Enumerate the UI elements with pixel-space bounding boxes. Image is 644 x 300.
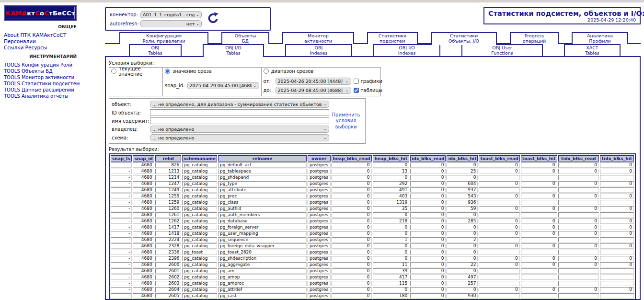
- cell-relid: 1214: [155, 175, 182, 180]
- tables-checkbox[interactable]: таблицы: [354, 88, 379, 93]
- cell-schemaname: pg_catalog: [182, 175, 217, 180]
- column-header-relname[interactable]: relname: [218, 155, 307, 162]
- subtab-obj-indexes[interactable]: OBJIndexes: [285, 44, 352, 56]
- cell-idx_blks_hit: 0: [447, 256, 478, 261]
- radio-snapshot-value-input[interactable]: [165, 69, 170, 74]
- sidebar-link-tools-4[interactable]: TOOLS Данные расширений: [4, 87, 103, 93]
- cell-snap_ts: -: [111, 237, 132, 242]
- cell-schemaname: pg_catalog: [182, 162, 217, 168]
- sidebar-link-tools-3[interactable]: TOOLS Статистики подсистем: [4, 81, 103, 87]
- sidebar-link-general-1[interactable]: Персоналии: [4, 38, 103, 45]
- tab-конфигурация-роли-привелегии[interactable]: КонфигурацияРоли, привелегии: [119, 32, 208, 44]
- tables-checkbox-input[interactable]: [354, 88, 359, 93]
- name-contains-input[interactable]: [150, 117, 329, 124]
- cell-tidx_blks_read: [558, 281, 599, 286]
- cell-relname: pg_amproc: [218, 281, 307, 286]
- apply-filter-link[interactable]: Применить условия выборки: [329, 112, 363, 130]
- sidebar-link-general-2[interactable]: Ссылки Ресурсы: [4, 45, 103, 51]
- tab-монитор-активности[interactable]: Мониторактивности: [282, 32, 354, 44]
- cell-heap_blks_read: 0: [332, 206, 372, 211]
- snap-id-label: snap_id:: [165, 83, 185, 88]
- table-row: -46801418pg_catalogpg_user_mappingpostgr…: [111, 231, 634, 236]
- cell-tidx_blks_read: [558, 268, 599, 274]
- object-id-input[interactable]: [150, 109, 329, 116]
- sidebar-link-tools-5[interactable]: TOOLS Аналитика отчёты: [4, 93, 103, 99]
- subtab-obj-i-o-tables[interactable]: OBJ I/OTables: [203, 44, 264, 57]
- column-header-snap_id[interactable]: snap_id: [133, 155, 154, 162]
- cell-snap_id: 4680: [133, 187, 154, 193]
- cell-schemaname: pg_toast: [182, 250, 217, 255]
- cell-snap_ts: -: [111, 275, 132, 280]
- cell-tidx_blks_hit: 0: [600, 162, 634, 168]
- subtab-obj-user-functions[interactable]: OBJ UserFunctions: [461, 44, 543, 56]
- column-header-idx_blks_read[interactable]: idx_blks_read: [410, 155, 446, 162]
- logo-segment: кт: [27, 10, 35, 17]
- refresh-button[interactable]: [207, 12, 220, 27]
- sidebar-link-tools-2[interactable]: TOOLS Монитор активности: [4, 74, 103, 81]
- sidebar-link-general-0[interactable]: About ПТК КАМАктСоСТ: [4, 32, 103, 38]
- tab-line1: OBJ User: [463, 46, 541, 51]
- cell-heap_blks_hit: 0: [373, 287, 410, 292]
- radio-current-value[interactable]: текущее значение: [111, 68, 161, 74]
- connector-select[interactable]: A01_1_1_crypta1 - crypta_1_1 ⌄: [140, 11, 202, 18]
- cell-snap_id: 4680: [133, 250, 154, 255]
- column-header-tidx_blks_read[interactable]: tidx_blks_read: [558, 155, 599, 162]
- owner-select[interactable]: ... не определено ⌄: [150, 126, 329, 133]
- schema-select[interactable]: ... не определено ⌄: [150, 134, 329, 141]
- cell-relid: 1213: [155, 169, 182, 174]
- tab-line2: Indexes: [375, 51, 438, 56]
- cell-schemaname: pg_catalog: [182, 219, 217, 224]
- cell-toast_blks_hit: [521, 212, 557, 218]
- cell-toast_blks_read: [479, 281, 519, 286]
- radio-snapshot-range-input[interactable]: [264, 69, 269, 74]
- cell-owner: postgres: [308, 175, 331, 180]
- column-header-tidx_blks_hit[interactable]: tidx_blks_hit: [600, 155, 634, 162]
- charts-checkbox[interactable]: графики: [354, 79, 379, 84]
- object-select[interactable]: ... не определено, для диапазона - сумми…: [150, 101, 329, 108]
- column-header-schemaname[interactable]: schemaname: [182, 155, 217, 162]
- cell-toast_blks_read: [479, 237, 519, 242]
- range-from-select[interactable]: 2025-04-26 20:45:00 [4448] ⌄: [276, 78, 351, 85]
- cell-owner: postgres: [308, 219, 331, 224]
- cell-tidx_blks_read: 0: [558, 262, 599, 267]
- cell-relid: 1249: [155, 187, 182, 193]
- tab-объекты-бд[interactable]: ОбъектыБД: [221, 32, 269, 44]
- tab-статистики-объекты-i-o[interactable]: СтатистикиОбъекты, I/O: [431, 32, 497, 45]
- cell-toast_blks_read: [479, 175, 519, 180]
- cell-heap_blks_hit: 0: [373, 162, 410, 168]
- radio-current-value-input[interactable]: [111, 69, 116, 74]
- autorefresh-select[interactable]: нет ⌄: [140, 20, 202, 27]
- column-header-toast_blks_hit[interactable]: toast_blks_hit: [521, 155, 557, 162]
- column-header-snap_ts[interactable]: snap_ts: [111, 155, 132, 162]
- subtab-obj-tables[interactable]: OBJTables: [129, 44, 182, 56]
- cell-idx_blks_hit: 0: [447, 212, 478, 218]
- subtab-obj-i-o-indexes[interactable]: OBJ I/OIndexes: [373, 44, 440, 56]
- column-header-heap_blks_read[interactable]: heap_blks_read: [332, 155, 372, 162]
- tab-статистики-подсистем[interactable]: Статистикиподсистем: [367, 32, 418, 44]
- column-header-toast_blks_read[interactable]: toast_blks_read: [479, 155, 519, 162]
- app-logo-text: КАМАктСоСт БеССт: [6, 7, 75, 19]
- cell-owner: postgres: [308, 194, 331, 199]
- charts-checkbox-input[interactable]: [354, 79, 359, 84]
- autorefresh-select-value: нет: [143, 21, 195, 26]
- tab-аналитика-профили[interactable]: АналитикаПрофили: [572, 32, 628, 44]
- subtab-xact-tables[interactable]: XACTTables: [564, 44, 621, 56]
- radio-snapshot-value[interactable]: значение среза: [165, 68, 259, 74]
- tab-progress-операций[interactable]: Progressопераций: [510, 32, 559, 44]
- sidebar-link-tools-0[interactable]: TOOLS Конфигурация Роли: [4, 62, 103, 68]
- cell-schemaname: pg_catalog: [182, 225, 217, 230]
- column-header-idx_blks_hit[interactable]: idx_blks_hit: [447, 155, 478, 162]
- column-header-owner[interactable]: owner: [308, 155, 331, 162]
- radio-snapshot-range[interactable]: диапазон срезов: [264, 68, 379, 74]
- cell-idx_blks_hit: 0: [447, 268, 478, 274]
- cell-schemaname: pg_catalog: [182, 187, 217, 193]
- range-to-select[interactable]: 2025-04-29 08:45:00 [4688] ⌄: [276, 87, 351, 94]
- column-header-relid[interactable]: relid: [155, 155, 182, 162]
- cell-idx_blks_hit: 0: [447, 175, 478, 180]
- column-header-heap_blks_hit[interactable]: heap_blks_hit: [373, 155, 410, 162]
- sidebar-link-tools-1[interactable]: TOOLS Объекты БД: [4, 68, 103, 74]
- cell-idx_blks_hit: 0: [447, 243, 478, 249]
- tab-line1: Монитор: [284, 34, 352, 39]
- cell-toast_blks_hit: 0: [521, 194, 557, 199]
- snap-id-select[interactable]: 2025-04-29 06:45:00 [4680] ⌄: [187, 82, 259, 89]
